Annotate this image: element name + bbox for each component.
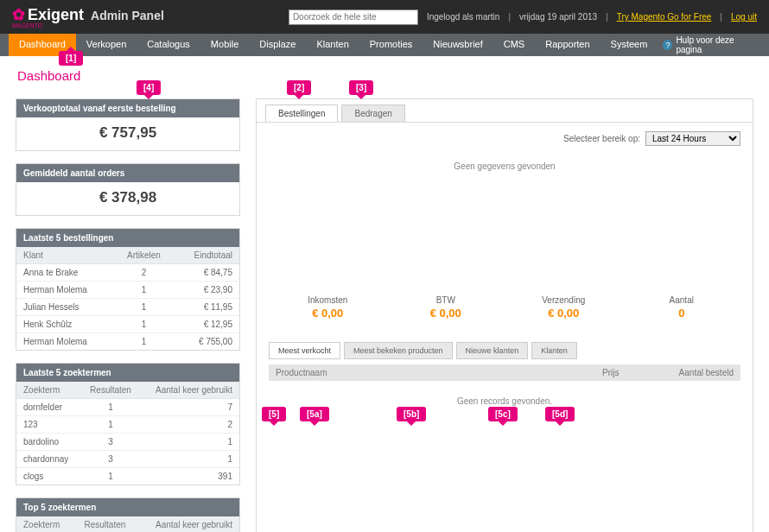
header-right: Ingelogd als martin | vrijdag 19 april 2… xyxy=(289,10,757,25)
metrics-row: Inkomsten€ 0,00 BTW€ 0,00 Verzending€ 0,… xyxy=(257,292,753,326)
table-row: Herman Molema1€ 23,90 xyxy=(16,282,239,299)
page-help-link[interactable]: ? Hulp voor deze pagina xyxy=(658,34,760,56)
callout-5: [5] xyxy=(262,407,286,421)
table-row: bardolino31 xyxy=(16,434,239,451)
menu-klanten[interactable]: Klanten xyxy=(306,34,359,56)
lower-tabs: Meest verkocht Meest bekeken producten N… xyxy=(257,342,753,359)
table-row: Henk Schûlz1€ 12,95 xyxy=(16,316,239,333)
menu-displaze[interactable]: Displaze xyxy=(249,34,306,56)
menu-cms[interactable]: CMS xyxy=(493,34,535,56)
topbar: ✿Exigent MAGENTO Admin Panel Ingelogd al… xyxy=(0,0,769,34)
tab-bedragen[interactable]: Bedragen xyxy=(341,104,404,122)
chart-area: Selecteer bereik op: Last 24 Hours Geen … xyxy=(257,123,753,292)
range-label: Selecteer bereik op: xyxy=(563,134,640,143)
header-date: vrijdag 19 april 2013 xyxy=(519,12,597,22)
table-row: Anna te Brake2€ 84,75 xyxy=(16,264,239,282)
menu-promoties[interactable]: Promoties xyxy=(359,34,423,56)
menu-nieuwsbrief[interactable]: Nieuwsbrief xyxy=(423,34,493,56)
help-icon: ? xyxy=(663,40,672,50)
box-last-search: Laatste 5 zoektermen ZoektermResultatenA… xyxy=(16,363,240,485)
tab-nieuwe-klanten[interactable]: Nieuwe klanten xyxy=(456,342,529,359)
page-title: Dashboard xyxy=(17,68,753,83)
global-search-input[interactable] xyxy=(289,10,418,25)
panel-title: Admin Panel xyxy=(91,9,164,22)
box-top-search: Top 5 zoektermen ZoektermResultatenAanta… xyxy=(16,497,240,532)
menu-systeem[interactable]: Systeem xyxy=(601,34,658,56)
chart-empty-message: Geen gegevens gevonden xyxy=(269,149,740,292)
table-row: Julian Hessels1€ 11,95 xyxy=(16,299,239,316)
callout-5d: [5d] xyxy=(545,407,575,421)
callout-1: [1] xyxy=(59,51,83,66)
logged-in-text: Ingelogd als martin xyxy=(427,12,500,22)
tab-meest-bekeken[interactable]: Meest bekeken producten xyxy=(344,342,453,359)
tab-bestellingen[interactable]: Bestellingen xyxy=(265,104,338,122)
col-right: Bestellingen Bedragen Selecteer bereik o… xyxy=(256,98,753,532)
callout-5c: [5c] xyxy=(488,407,518,421)
callout-4: [4] xyxy=(137,80,161,95)
chart-tabs: Bestellingen Bedragen xyxy=(257,99,753,123)
table-row: dornfelder17 xyxy=(16,399,239,416)
tab-klanten[interactable]: Klanten xyxy=(531,342,577,359)
total-sales-value: € 757,95 xyxy=(16,117,239,150)
menu-verkopen[interactable]: Verkopen xyxy=(76,34,137,56)
box-last-orders: Laatste 5 bestellingen KlantArtikelenEin… xyxy=(16,228,240,351)
menu-mobile[interactable]: Mobile xyxy=(200,34,249,56)
table-row: Herman Molema1€ 755,00 xyxy=(16,333,239,351)
tab-meest-verkocht[interactable]: Meest verkocht xyxy=(269,342,340,359)
callout-5a: [5a] xyxy=(300,407,329,421)
try-magento-link[interactable]: Try Magento Go for Free xyxy=(617,12,712,22)
box-avg-orders: Gemiddeld aantal orders € 378,98 xyxy=(16,163,240,216)
leaf-icon: ✿ xyxy=(12,5,25,24)
avg-orders-value: € 378,98 xyxy=(16,182,239,215)
callout-3: [3] xyxy=(349,80,373,95)
menu-rapporten[interactable]: Rapporten xyxy=(535,34,600,56)
brand-name: Exigent xyxy=(28,6,84,24)
table-row: 12312 xyxy=(16,416,239,434)
metric-aantal: 0 xyxy=(623,307,741,320)
brand-logo: ✿Exigent MAGENTO xyxy=(12,5,84,28)
range-select[interactable]: Last 24 Hours xyxy=(645,131,740,146)
main-menu: Dashboard Verkopen Catalogus Mobile Disp… xyxy=(0,34,769,56)
metric-inkomsten: € 0,00 xyxy=(269,307,387,320)
metric-verzending: € 0,00 xyxy=(505,307,623,320)
box-total-sales: Verkooptotaal vanaf eerste bestelling € … xyxy=(16,98,240,151)
product-grid-header: Productnaam Prijs Aantal besteld xyxy=(269,364,740,381)
logo-area: ✿Exigent MAGENTO Admin Panel xyxy=(12,5,164,28)
table-row: clogs1391 xyxy=(16,468,239,485)
callout-2: [2] xyxy=(287,80,311,95)
col-left: Verkooptotaal vanaf eerste bestelling € … xyxy=(16,98,240,532)
menu-catalogus[interactable]: Catalogus xyxy=(137,34,200,56)
metric-btw: € 0,00 xyxy=(387,307,505,320)
page-body: [1] Dashboard [4] [2] [3] Verkooptotaal … xyxy=(0,56,769,532)
table-row: chardonnay31 xyxy=(16,451,239,468)
logout-link[interactable]: Log uit xyxy=(731,12,757,22)
callout-5b: [5b] xyxy=(397,407,426,421)
